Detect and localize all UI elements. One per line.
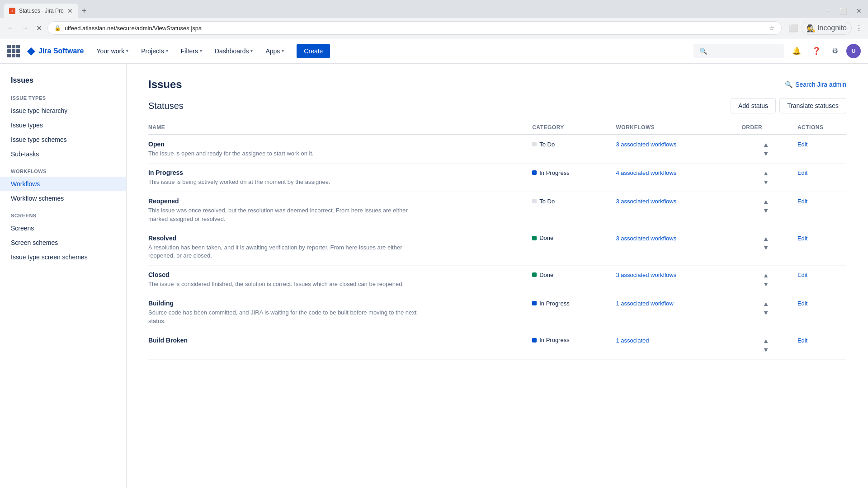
- edit-link[interactable]: Edit: [797, 300, 807, 307]
- edit-link[interactable]: Edit: [797, 169, 807, 176]
- back-button[interactable]: ←: [5, 22, 16, 34]
- workflows-link[interactable]: 3 associated workflows: [616, 141, 676, 148]
- order-down-button[interactable]: ▼: [762, 206, 770, 215]
- order-up-button[interactable]: ▲: [762, 141, 770, 149]
- nav-your-work[interactable]: Your work ▾: [91, 44, 134, 58]
- sidebar-item-issue-type-schemes[interactable]: Issue type schemes: [0, 132, 126, 147]
- workflows-link[interactable]: 1 associated: [616, 337, 649, 344]
- category-dot: [532, 142, 537, 146]
- status-order-cell: ▲ ▼: [741, 192, 797, 229]
- notifications-button[interactable]: 🔔: [789, 44, 804, 58]
- incognito-icon: 🕵: [807, 24, 816, 33]
- sidebar-item-issue-types[interactable]: Issue types: [0, 118, 126, 132]
- jira-logo[interactable]: ◆ Jira Software: [27, 45, 84, 57]
- search-admin-icon: 🔍: [785, 81, 793, 88]
- address-input[interactable]: 🔒 uifeed.atlassian.net/secure/admin/View…: [47, 21, 782, 35]
- sidebar-item-workflow-schemes[interactable]: Workflow schemes: [0, 191, 126, 206]
- order-actions: ▲ ▼: [741, 337, 790, 354]
- add-status-button[interactable]: Add status: [731, 98, 776, 113]
- workflows-link[interactable]: 3 associated workflows: [616, 198, 676, 205]
- sidebar-item-screens[interactable]: Screens: [0, 221, 126, 235]
- order-down-button[interactable]: ▼: [762, 244, 770, 252]
- workflows-link[interactable]: 3 associated workflows: [616, 235, 676, 242]
- order-down-button[interactable]: ▼: [762, 309, 770, 317]
- translate-statuses-button[interactable]: Translate statuses: [779, 98, 846, 113]
- sidebar-item-sub-tasks[interactable]: Sub-tasks: [0, 147, 126, 161]
- nav-projects[interactable]: Projects ▾: [136, 44, 174, 58]
- bookmark-icon[interactable]: ☆: [769, 24, 775, 32]
- apps-grid-icon[interactable]: [7, 45, 20, 57]
- edit-link[interactable]: Edit: [797, 235, 807, 242]
- sidebar-item-screen-schemes[interactable]: Screen schemes: [0, 235, 126, 250]
- sidebar-section-issue-types: ISSUE TYPES: [0, 88, 126, 103]
- menu-icon[interactable]: ⋮: [855, 24, 863, 33]
- status-category-cell: To Do: [532, 192, 616, 229]
- status-actions-cell: Edit: [797, 164, 846, 192]
- order-up-button[interactable]: ▲: [762, 197, 770, 206]
- status-category-cell: Done: [532, 266, 616, 294]
- minimize-button[interactable]: ─: [823, 6, 833, 15]
- order-actions: ▲ ▼: [741, 235, 790, 252]
- section-header-statuses: Statuses Add status Translate statuses: [148, 98, 846, 113]
- status-name: Building: [148, 300, 525, 307]
- category-label: Done: [539, 235, 553, 241]
- order-up-button[interactable]: ▲: [762, 271, 770, 279]
- order-down-button[interactable]: ▼: [762, 346, 770, 354]
- nav-filters[interactable]: Filters ▾: [175, 44, 208, 58]
- order-actions: ▲ ▼: [741, 271, 790, 288]
- sidebar-issues-header: Issues: [0, 71, 126, 88]
- order-down-button[interactable]: ▼: [762, 178, 770, 186]
- search-admin-link[interactable]: 🔍 Search Jira admin: [785, 81, 846, 88]
- sidebar-item-workflows[interactable]: Workflows: [0, 177, 126, 191]
- forward-button[interactable]: →: [20, 22, 31, 34]
- close-window-button[interactable]: ✕: [854, 6, 864, 15]
- order-up-button[interactable]: ▲: [762, 169, 770, 177]
- nav-menu: Your work ▾ Projects ▾ Filters ▾ Dashboa…: [91, 44, 289, 58]
- nav-dashboards[interactable]: Dashboards ▾: [209, 44, 259, 58]
- help-button[interactable]: ❓: [809, 44, 824, 58]
- sidebar-section-screens: SCREENS: [0, 206, 126, 221]
- category-badge: Done: [532, 235, 553, 241]
- tab-close-button[interactable]: ✕: [67, 7, 73, 14]
- order-down-button[interactable]: ▼: [762, 280, 770, 288]
- status-name-cell: Resolved A resolution has been taken, an…: [148, 229, 532, 265]
- status-workflows-cell: 1 associated workflow: [616, 294, 741, 331]
- settings-button[interactable]: ⚙: [829, 44, 841, 58]
- edit-link[interactable]: Edit: [797, 337, 807, 344]
- edit-link[interactable]: Edit: [797, 272, 807, 278]
- tab-title: Statuses - Jira Pro: [19, 8, 64, 14]
- sidebar-item-issue-type-hierarchy[interactable]: Issue type hierarchy: [0, 103, 126, 118]
- avatar[interactable]: U: [846, 44, 861, 58]
- your-work-chevron: ▾: [126, 48, 128, 53]
- status-description: The issue is considered finished, the so…: [148, 280, 429, 288]
- maximize-button[interactable]: ⬜: [837, 6, 850, 15]
- incognito-button[interactable]: 🕵 Incognito: [802, 22, 852, 35]
- active-tab[interactable]: J Statuses - Jira Pro ✕: [4, 4, 78, 18]
- table-row: Reopened This issue was once resolved, b…: [148, 192, 846, 229]
- edit-link[interactable]: Edit: [797, 141, 807, 148]
- status-name-cell: Open The issue is open and ready for the…: [148, 135, 532, 164]
- order-up-button[interactable]: ▲: [762, 337, 770, 345]
- category-dot: [532, 236, 537, 240]
- order-up-button[interactable]: ▲: [762, 300, 770, 308]
- url-display: uifeed.atlassian.net/secure/admin/ViewSt…: [65, 25, 765, 32]
- workflows-link[interactable]: 3 associated workflows: [616, 272, 676, 278]
- order-up-button[interactable]: ▲: [762, 235, 770, 243]
- workflows-link[interactable]: 1 associated workflow: [616, 300, 673, 307]
- new-tab-button[interactable]: +: [78, 6, 90, 16]
- lock-icon: 🔒: [54, 25, 61, 31]
- main-content: Issues 🔍 Search Jira admin Statuses Add …: [127, 64, 868, 488]
- status-name: In Progress: [148, 169, 525, 176]
- statuses-tbody: Open The issue is open and ready for the…: [148, 135, 846, 359]
- search-box[interactable]: 🔍: [693, 44, 784, 58]
- workflows-link[interactable]: 4 associated workflows: [616, 169, 676, 176]
- sidebar-item-issue-type-screen-schemes[interactable]: Issue type screen schemes: [0, 250, 126, 264]
- order-down-button[interactable]: ▼: [762, 150, 770, 158]
- create-button[interactable]: Create: [297, 44, 330, 58]
- category-dot: [532, 170, 537, 175]
- nav-apps[interactable]: Apps ▾: [260, 44, 289, 58]
- status-order-cell: ▲ ▼: [741, 229, 797, 265]
- edit-link[interactable]: Edit: [797, 198, 807, 205]
- cast-icon[interactable]: ⬜: [789, 24, 798, 33]
- reload-button[interactable]: ✕: [34, 22, 44, 34]
